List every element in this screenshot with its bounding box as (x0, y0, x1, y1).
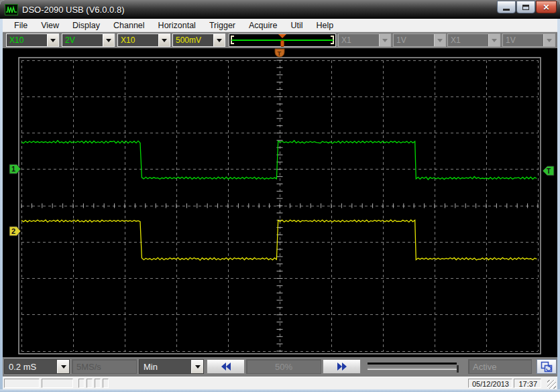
trigger-position-percent: 50% (246, 359, 321, 374)
slider-groove (368, 368, 457, 369)
chevron-down-icon[interactable] (213, 34, 225, 46)
chevron-down-icon (434, 34, 445, 46)
status-panel (4, 379, 40, 388)
ext-volts-div-select: 1V (393, 34, 446, 47)
status-panel (42, 379, 73, 388)
window-title: DSO-2090 USB (V6.0.0.8) (22, 5, 124, 15)
svg-text:T: T (278, 50, 282, 57)
scan-right-button[interactable] (323, 359, 361, 374)
ch1-attenuation-value: X10 (7, 34, 47, 46)
chevron-down-icon[interactable] (103, 34, 114, 46)
ext-volts-div-value: 1V (394, 34, 434, 46)
menu-channel[interactable]: Channel (108, 19, 150, 31)
acquisition-mode-value: Min (139, 360, 191, 373)
ext-attenuation-select: X1 (338, 34, 391, 47)
ext2-volts-div-select: 1V (502, 34, 555, 47)
timebase-select[interactable]: 0.2 mS (4, 359, 70, 374)
menu-file[interactable]: File (9, 19, 33, 31)
double-left-arrow-icon (219, 361, 233, 372)
window-border-left (0, 19, 3, 389)
acquisition-status-label: Active (468, 359, 532, 374)
menubar: File View Display Channel Horizontal Tri… (3, 19, 557, 32)
app-window: DSO-2090 USB (V6.0.0.8) ✕ File View Disp… (0, 0, 560, 392)
chevron-down-icon[interactable] (57, 360, 69, 373)
resize-grip-icon[interactable] (547, 380, 556, 389)
ext2-attenuation-select: X1 (447, 34, 500, 47)
menu-display[interactable]: Display (67, 19, 105, 31)
ext-attenuation-value: X1 (339, 34, 379, 46)
ch2-attenuation-value: X10 (118, 34, 158, 46)
timebase-value: 0.2 mS (5, 360, 57, 373)
scope-display: 12TT (3, 48, 557, 357)
menu-util[interactable]: Util (285, 19, 308, 31)
double-right-arrow-icon (335, 361, 349, 372)
maximize-icon (522, 5, 529, 10)
trigger-level-marker[interactable]: T (543, 166, 554, 176)
scope-svg: 12TT (3, 48, 557, 357)
ch2-attenuation-select[interactable]: X10 (117, 34, 170, 47)
minimize-icon (503, 9, 510, 11)
close-icon: ✕ (543, 3, 549, 12)
app-logo-icon (5, 4, 18, 15)
menu-trigger[interactable]: Trigger (204, 19, 241, 31)
ext2-volts-div-value: 1V (503, 34, 543, 46)
svg-text:T: T (547, 168, 551, 175)
acquisition-mode-select[interactable]: Min (139, 359, 204, 374)
menu-acquire[interactable]: Acquire (243, 19, 282, 31)
ch1-attenuation-select[interactable]: X10 (6, 34, 59, 47)
status-panel (87, 379, 93, 388)
chevron-down-icon (379, 34, 390, 46)
chevron-down-icon (488, 34, 500, 46)
status-time: 17:37 (514, 379, 541, 388)
ch2-volts-div-select[interactable]: 500mV (172, 34, 225, 47)
menu-view[interactable]: View (36, 19, 64, 31)
window-refresh-icon (541, 361, 553, 373)
status-panel (78, 379, 85, 388)
bottom-toolbar: 0.2 mS 5MS/s Min 50% Active (3, 357, 557, 377)
ch2-trace (21, 220, 537, 260)
slider-thumb[interactable] (457, 365, 459, 373)
svg-text:2: 2 (11, 227, 15, 235)
statusbar: 05/12/2013 17:37 (3, 377, 557, 389)
svg-text:1: 1 (11, 165, 15, 173)
status-panel (95, 379, 101, 388)
ext2-attenuation-value: X1 (448, 34, 488, 46)
sample-rate-label: 5MS/s (72, 359, 137, 374)
toolbar: X10 2V X10 500mV X1 1V (3, 32, 557, 48)
trigger-position-bar[interactable] (229, 34, 336, 47)
status-panel (103, 379, 109, 388)
trigger-position-handle[interactable] (278, 34, 286, 46)
window-border-right (557, 19, 560, 389)
trigger-time-marker[interactable]: T (275, 49, 284, 57)
scan-left-button[interactable] (207, 359, 245, 374)
ch1-trace (21, 141, 537, 180)
status-date: 05/12/2013 (468, 379, 512, 388)
minimize-button[interactable] (497, 1, 516, 13)
ch2-volts-div-value: 500mV (173, 34, 213, 46)
refresh-button[interactable] (537, 359, 557, 374)
chevron-down-icon (543, 34, 555, 46)
ch1-volts-div-select[interactable]: 2V (62, 34, 115, 47)
chevron-down-icon[interactable] (158, 34, 170, 46)
menu-horizontal[interactable]: Horizontal (153, 19, 201, 31)
slider-track (368, 363, 457, 365)
scan-slider[interactable] (365, 359, 465, 374)
maximize-button[interactable] (516, 1, 535, 13)
window-border-bottom (0, 389, 560, 392)
chevron-down-icon[interactable] (191, 360, 203, 373)
chevron-down-icon[interactable] (47, 34, 58, 46)
ch1-volts-div-value: 2V (62, 34, 103, 46)
menu-help[interactable]: Help (311, 19, 339, 31)
titlebar[interactable]: DSO-2090 USB (V6.0.0.8) ✕ (0, 0, 560, 19)
close-button[interactable]: ✕ (536, 1, 557, 13)
